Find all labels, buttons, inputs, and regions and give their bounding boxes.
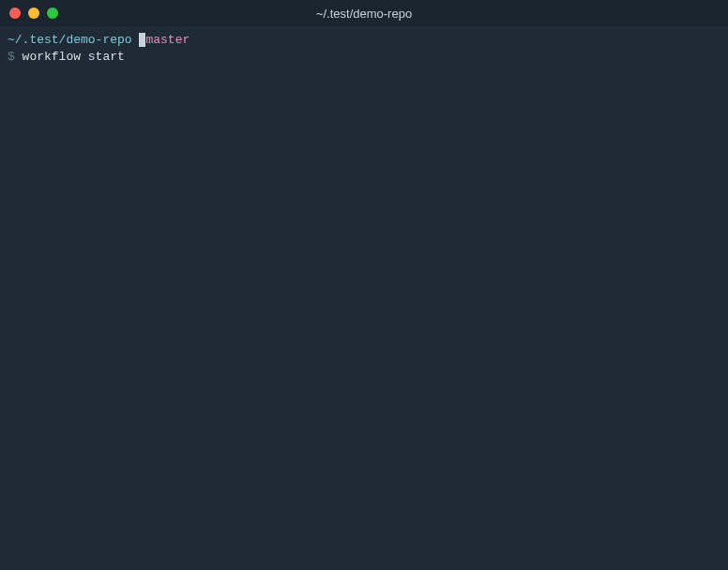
titlebar: ~/.test/demo-repo bbox=[0, 0, 728, 26]
terminal-content[interactable]: ~/.test/demo-repo master $ workflow star… bbox=[0, 26, 728, 570]
close-icon[interactable] bbox=[9, 8, 21, 19]
prompt-symbol: $ bbox=[8, 49, 23, 66]
cwd-path: ~/.test/demo-repo bbox=[8, 32, 132, 49]
terminal-window: ~/.test/demo-repo ~/.test/demo-repo mast… bbox=[0, 0, 728, 570]
maximize-icon[interactable] bbox=[47, 8, 58, 19]
prompt-line: ~/.test/demo-repo master bbox=[8, 32, 720, 49]
window-title: ~/.test/demo-repo bbox=[316, 7, 412, 21]
cursor-icon bbox=[139, 33, 145, 47]
traffic-lights bbox=[9, 8, 58, 19]
minimize-icon[interactable] bbox=[28, 8, 39, 19]
git-branch-name: master bbox=[145, 33, 190, 47]
command-line: $ workflow start bbox=[8, 49, 720, 66]
command-text: workflow start bbox=[23, 49, 125, 66]
git-branch-indicator: master bbox=[139, 32, 190, 49]
